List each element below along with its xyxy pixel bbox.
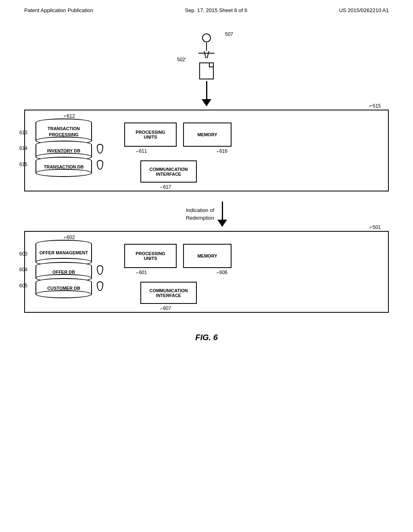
page-header: Patent Application Publication Sep. 17, … (0, 0, 413, 17)
top-system-ref: ⌐515 (369, 102, 381, 109)
bottom-system-box: ⌐602 603 OFFER MANAGEMENT (24, 231, 389, 313)
bottom-proc-mem-row: PROCESSINGUNITS ⌐601 MEMORY ⌐606 (124, 244, 382, 268)
bottom-system-ref: ⌐501 (369, 224, 381, 230)
top-db-label2: INVENTORY DB (47, 148, 80, 154)
bottom-comm-container: COMMUNICATIONINTERFACE ⌐607 (124, 282, 382, 304)
header-left: Patent Application Publication (24, 7, 93, 13)
person-ref-label: 507 (225, 31, 233, 37)
redemption-text1: Indication of (186, 207, 214, 213)
bottom-db-ref604: 604 (19, 267, 27, 272)
bottom-db-stack: 603 OFFER MANAGEMENT 604 OFFER DB (31, 240, 100, 298)
arrow-head-2 (217, 220, 227, 227)
figure-label: FIG. 6 (24, 333, 389, 342)
header-right: US 2015/0262210 A1 (339, 7, 389, 13)
top-mem-ref: ⌐616 (217, 148, 227, 154)
bottom-comm-ref: ⌐607 (161, 305, 171, 311)
header-middle: Sep. 17, 2015 Sheet 6 of 6 (185, 7, 248, 13)
bottom-db-label2: OFFER DB (52, 269, 75, 275)
top-db-ref613: 613 (19, 130, 27, 135)
person-section: 507 (24, 33, 389, 58)
arrow-shaft-2 (222, 202, 223, 220)
top-system-container: ⌐515 ⌐612 613 (24, 110, 389, 191)
top-db-connector2 (97, 144, 103, 154)
bottom-right-area: PROCESSINGUNITS ⌐601 MEMORY ⌐606 (112, 240, 382, 304)
device-icon-container: 502' (199, 62, 214, 79)
redemption-arrow-section: Indication of Redemption (24, 202, 389, 227)
top-proc-container: PROCESSINGUNITS ⌐611 (124, 123, 177, 147)
top-right-area: PROCESSINGUNITS ⌐611 MEMORY (112, 118, 382, 183)
person-head (202, 33, 211, 42)
device-doc-icon (199, 62, 214, 79)
bottom-db-layer3: 605 CUSTOMER DB (31, 278, 100, 298)
top-db-label1: TRANSACTIONPROCESSING (48, 126, 80, 137)
top-comm-label: COMMUNICATIONINTERFACE (149, 167, 188, 177)
bottom-mem-ref: ⌐606 (217, 270, 227, 275)
top-comm-box: COMMUNICATIONINTERFACE (140, 160, 197, 183)
bottom-db-label1: OFFER MANAGEMENT (40, 250, 88, 256)
redemption-text2: Redemption (186, 215, 214, 221)
bottom-proc-container: PROCESSINGUNITS ⌐601 (124, 244, 177, 268)
down-arrow-1 (202, 81, 211, 106)
bottom-db-ref603: 603 (19, 251, 27, 257)
top-comm-container: COMMUNICATIONINTERFACE ⌐617 (124, 160, 382, 183)
bottom-db-ref605: 605 (19, 283, 27, 289)
bottom-comm-box: COMMUNICATIONINTERFACE (140, 282, 197, 304)
top-db-label3: TRANSACTION DB (44, 164, 84, 170)
person-body-group (204, 42, 209, 58)
top-system-box: ⌐612 613 TRANSACTIONPROCESSING (24, 110, 389, 191)
top-comm-ref: ⌐617 (161, 184, 171, 190)
person-right-leg (206, 51, 209, 58)
person-left-leg (204, 51, 206, 58)
top-mem-label: MEMORY (197, 132, 217, 137)
bottom-proc-ref: ⌐601 (136, 270, 147, 275)
top-proc-ref: ⌐611 (136, 148, 147, 154)
top-proc-mem-row: PROCESSINGUNITS ⌐611 MEMORY (124, 123, 382, 147)
bottom-mem-label: MEMORY (197, 254, 217, 258)
top-db-connector3 (97, 160, 103, 170)
bottom-db-connector3 (97, 281, 103, 291)
top-db-area: ⌐612 613 TRANSACTIONPROCESSING (31, 118, 112, 183)
arrow-shaft-1 (206, 81, 207, 99)
top-mem-box: MEMORY (183, 123, 232, 147)
bottom-mem-container: MEMORY ⌐606 (183, 244, 232, 268)
diagram-area: 507 502' (0, 17, 413, 350)
redemption-label: Indication of Redemption (186, 207, 214, 221)
top-db-layer3: 615 TRANSACTION DB (31, 157, 100, 177)
down-arrow-2 (217, 202, 227, 227)
top-db-ref: ⌐612 (64, 113, 75, 119)
top-db-ref615: 615 (19, 162, 27, 167)
bottom-db-connector2 (97, 265, 103, 275)
arrow-head-1 (202, 99, 211, 106)
top-db-stack: 613 TRANSACTIONPROCESSING 614 (31, 118, 100, 177)
person-arms (198, 53, 215, 54)
bottom-db-bottom3 (35, 290, 92, 298)
top-mem-container: MEMORY ⌐616 (183, 123, 232, 147)
device-row: 502' (199, 62, 214, 79)
bottom-db-ref: ⌐602 (64, 234, 75, 240)
device-ref-label: 502' (177, 57, 186, 62)
top-db-ref614: 614 (19, 145, 27, 151)
bottom-proc-label: PROCESSINGUNITS (136, 251, 165, 261)
top-db-bottom3 (35, 169, 92, 177)
person-torso (206, 43, 207, 51)
bottom-proc-box: PROCESSINGUNITS (124, 244, 177, 268)
bottom-comm-label: COMMUNICATIONINTERFACE (149, 288, 188, 298)
bottom-system-container: ⌐501 ⌐602 603 OFFER MANAGEMENT (24, 231, 389, 313)
bottom-db-area: ⌐602 603 OFFER MANAGEMENT (31, 240, 112, 304)
bottom-mem-box: MEMORY (183, 244, 232, 268)
top-proc-label: PROCESSINGUNITS (136, 130, 165, 139)
device-arrow-section: 502' (24, 62, 389, 106)
top-proc-box: PROCESSINGUNITS (124, 123, 177, 147)
bottom-db-label3: CUSTOMER DB (47, 285, 80, 291)
person-legs (204, 51, 209, 58)
